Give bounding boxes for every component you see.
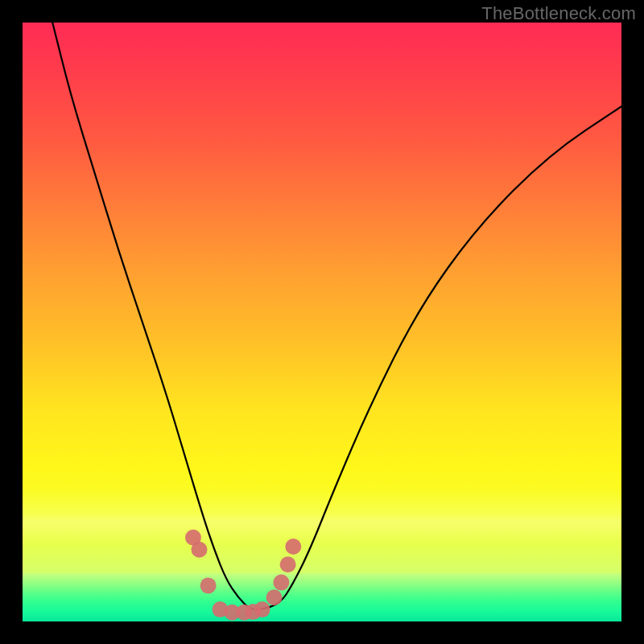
- marker-dot: [200, 577, 217, 593]
- highlight-markers: [185, 530, 301, 621]
- marker-dot: [192, 542, 208, 558]
- chart-frame: TheBottleneck.com: [0, 0, 644, 644]
- plot-area: [23, 23, 621, 621]
- bottleneck-curve-path: [52, 23, 621, 609]
- watermark-label: TheBottleneck.com: [481, 3, 636, 24]
- marker-dot: [273, 575, 289, 591]
- curve-svg: [23, 23, 621, 621]
- marker-dot: [266, 589, 283, 605]
- marker-dot: [254, 601, 270, 617]
- marker-dot: [285, 539, 301, 555]
- marker-dot: [280, 556, 296, 572]
